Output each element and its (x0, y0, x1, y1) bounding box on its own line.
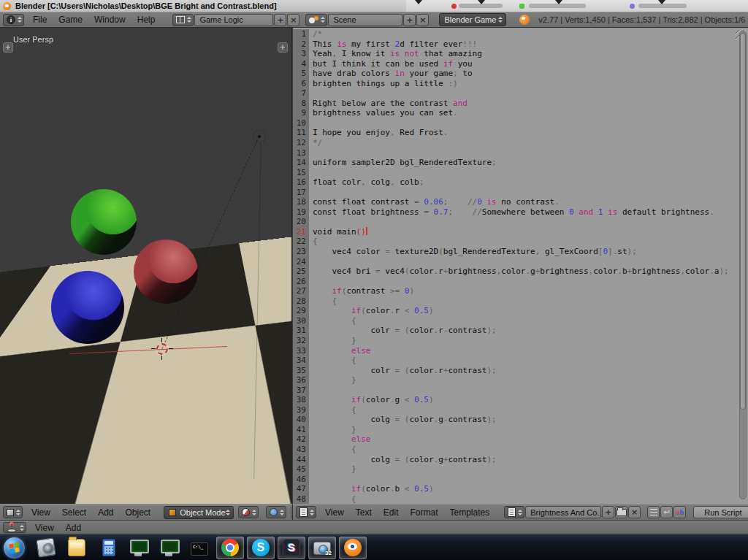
code-line[interactable]: 40 colg = (color.g-contrast); (293, 415, 748, 425)
start-button[interactable] (4, 537, 25, 559)
remote-desktop-2-taskbar-button[interactable] (155, 537, 183, 559)
screenshot-tool-taskbar-button[interactable]: 32 (308, 537, 336, 559)
menu-select[interactable]: Select (62, 507, 86, 518)
slack-taskbar-button[interactable] (278, 537, 305, 559)
code-line[interactable]: 42 else (293, 434, 748, 445)
menu-window[interactable]: Window (94, 15, 126, 25)
remote-desktop-1-taskbar-button[interactable] (124, 537, 152, 559)
editor-type-selector-info[interactable] (3, 14, 24, 26)
code-line[interactable]: 18const float contrast = 0.06; //0 is no… (293, 197, 748, 207)
menu-view[interactable]: View (35, 523, 54, 533)
code-line[interactable]: 11I hope you enjoy, Red Frost. (293, 128, 748, 138)
code-line[interactable]: 39 { (293, 405, 748, 415)
code-line[interactable]: 16float colr, colg, colb; (293, 177, 748, 188)
code-line[interactable]: 35 colr = (color.r+contrast); (293, 366, 748, 376)
toggle-syntax-highlight-button[interactable]: ab (673, 506, 686, 518)
text-editor[interactable]: 1/*2This is my first 2d filter ever!!!3Y… (293, 28, 748, 504)
calculator-taskbar-button[interactable] (94, 537, 121, 559)
menu-add[interactable]: Add (66, 523, 81, 533)
add-screen-layout-button[interactable]: + (274, 14, 286, 26)
code-line[interactable]: 1/* (293, 29, 748, 39)
screen-layout-name-field[interactable]: Game Logic (194, 14, 273, 26)
delete-screen-layout-button[interactable]: × (287, 14, 299, 26)
code-line[interactable]: 47 if(color.b < 0.5) (293, 484, 748, 494)
code-line[interactable]: 29 if(color.r < 0.5) (293, 306, 748, 316)
text-datablock-name-field[interactable]: Brightness And Co... (525, 506, 601, 518)
code-line[interactable]: 27 if(contrast >= 0) (293, 286, 748, 296)
code-line[interactable]: 41 } (293, 425, 748, 435)
code-line[interactable]: 28 { (293, 296, 748, 307)
code-line[interactable]: 37 (293, 386, 748, 396)
code-line[interactable]: 13 (293, 148, 748, 158)
code-line[interactable]: 2This is my first 2d filter ever!!! (293, 39, 748, 50)
delete-scene-button[interactable]: × (416, 14, 429, 26)
code-line[interactable]: 44 colg = (color.g+contrast); (293, 455, 748, 465)
properties-expand-button[interactable] (278, 42, 288, 53)
add-scene-button[interactable]: + (403, 14, 416, 26)
code-line[interactable]: 21void main() (293, 227, 748, 237)
code-line[interactable]: 10 (293, 118, 748, 129)
code-line[interactable]: 5have drab colors in your game; to (293, 69, 748, 79)
code-line[interactable]: 48 { (293, 494, 748, 504)
menu-format[interactable]: Format (411, 507, 438, 518)
menu-file[interactable]: File (33, 15, 47, 25)
code-line[interactable]: 9brightness values you can set. (293, 108, 748, 118)
toolshelf-expand-button[interactable] (3, 42, 13, 53)
mode-select[interactable]: Object Mode (164, 506, 233, 519)
code-line[interactable]: 8Right below are the contrast and (293, 99, 748, 109)
code-line[interactable]: 25 vec4 bri = vec4(color.r+brightness,co… (293, 266, 748, 277)
code-line[interactable]: 6brighten things up a little :) (293, 79, 748, 89)
code-line[interactable]: 43 { (293, 445, 748, 455)
lamp-object[interactable] (253, 130, 266, 143)
menu-object[interactable]: Object (126, 507, 151, 518)
code-line[interactable]: 31 colr = (color.r-contrast); (293, 326, 748, 336)
blender-taskbar-button[interactable] (339, 537, 367, 559)
toggle-word-wrap-button[interactable] (660, 506, 673, 518)
green-sphere-object[interactable] (71, 189, 137, 255)
code-line[interactable]: 12*/ (293, 138, 748, 148)
new-text-button[interactable]: + (602, 506, 614, 518)
code-line[interactable]: 19const float brightness = 0.7; //Somewh… (293, 207, 748, 218)
menu-add[interactable]: Add (98, 507, 113, 518)
scene-browse-button[interactable] (305, 14, 327, 26)
text-datablock-browse-button[interactable] (504, 506, 524, 518)
render-engine-select[interactable]: Blender Game (439, 13, 506, 26)
code-line[interactable]: 15 (293, 168, 748, 178)
code-line[interactable]: 23 vec4 color = texture2D(bgl_RenderedTe… (293, 247, 748, 257)
pivot-point-select[interactable] (266, 506, 286, 518)
menu-view[interactable]: View (325, 507, 344, 518)
code-line[interactable]: 24 (293, 257, 748, 267)
editor-type-selector-logic[interactable] (3, 522, 26, 533)
code-line[interactable]: 34 { (293, 356, 748, 366)
screen-layout-browse-button[interactable] (172, 14, 194, 26)
menu-text[interactable]: Text (356, 507, 372, 518)
code-area[interactable]: 1/*2This is my first 2d filter ever!!!3Y… (293, 28, 748, 504)
code-line[interactable]: 22{ (293, 237, 748, 247)
code-line[interactable]: 36 } (293, 375, 748, 386)
menu-edit[interactable]: Edit (383, 507, 399, 518)
code-line[interactable]: 46 (293, 475, 748, 485)
menu-game[interactable]: Game (58, 15, 83, 25)
code-line[interactable]: 30 { (293, 316, 748, 326)
code-line[interactable]: 33 else (293, 346, 748, 356)
code-line[interactable]: 45 } (293, 464, 748, 475)
scene-name-field[interactable]: Scene (328, 14, 402, 26)
editor-type-selector-3dview[interactable] (3, 506, 23, 518)
command-prompt-taskbar-button[interactable] (186, 537, 213, 559)
menu-view[interactable]: View (31, 507, 50, 518)
code-line[interactable]: 32 } (293, 336, 748, 346)
toggle-line-numbers-button[interactable] (647, 506, 660, 518)
menu-help[interactable]: Help (137, 15, 156, 25)
blue-sphere-object[interactable] (51, 271, 124, 344)
run-script-button[interactable]: Run Script (693, 506, 748, 518)
red-sphere-object[interactable] (134, 239, 198, 304)
camera-viewer-taskbar-button[interactable] (32, 537, 60, 559)
viewport-3d[interactable]: User Persp (1) Camera z y x (0, 28, 292, 504)
skype-taskbar-button[interactable] (247, 537, 275, 559)
open-text-button[interactable] (615, 506, 627, 518)
code-line[interactable]: 26 (293, 277, 748, 287)
code-line[interactable]: 20 (293, 217, 748, 227)
editor-scrollbar[interactable] (739, 31, 747, 499)
code-line[interactable]: 7 (293, 88, 748, 99)
scrollbar-thumb[interactable] (740, 33, 746, 410)
